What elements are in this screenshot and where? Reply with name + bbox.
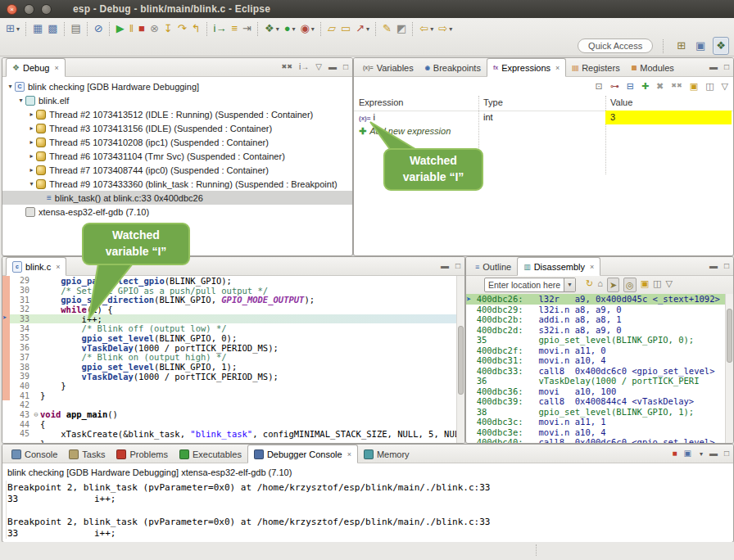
new-view-icon[interactable]: ▣ — [690, 80, 698, 92]
disassembly-line[interactable]: 35 gpio_set_level(BLINK_GPIO, 0); — [466, 335, 725, 345]
minimize-icon[interactable]: ▬ — [328, 61, 337, 73]
window-close-icon[interactable]: × — [7, 4, 17, 15]
tree-row[interactable]: ▸Thread #3 1073413156 (IDLE) (Suspended … — [2, 121, 352, 135]
dropdown-arrow-icon[interactable]: ▾ — [16, 25, 20, 33]
disassembly-lines[interactable]: ➤ 400dbc26: l32r a9, 0x400d045c <_stext+… — [466, 294, 725, 443]
line-number[interactable]: 30 — [10, 286, 32, 295]
code-line[interactable]: 31 gpio_set_direction(BLINK_GPIO, GPIO_M… — [2, 295, 464, 305]
resume-icon[interactable]: ▶ — [114, 20, 127, 37]
view-menu-icon[interactable]: ▽ — [666, 278, 673, 292]
tree-row[interactable]: ▾Thread #9 1073433360 (blink_task : Runn… — [2, 177, 352, 191]
column-value[interactable]: Value — [605, 96, 732, 111]
sync-with-stack-frame-icon[interactable]: ➤ — [607, 278, 619, 292]
tree-row[interactable]: ≡blink_task() at blink.c:33 0x400dbc26 — [2, 191, 352, 205]
code-line[interactable]: 30 /* Set the GPIO as a push/pull output… — [2, 286, 464, 296]
scrollbar-thumb[interactable] — [727, 309, 732, 363]
tree-expander-icon[interactable]: ▸ — [27, 111, 36, 118]
cpp-perspective-icon[interactable]: ▣ — [693, 38, 708, 54]
remove-all-expressions-icon[interactable]: ✖✖ — [671, 80, 682, 92]
disassembly-line[interactable]: 400dbc31: movi.n a10, 4 — [466, 355, 725, 366]
maximize-icon[interactable]: □ — [455, 260, 460, 272]
tab-modules[interactable]: ▤Modules — [626, 59, 680, 76]
maximize-icon[interactable]: □ — [724, 448, 729, 459]
tab-outline[interactable]: ≡ Outline — [469, 258, 517, 275]
dropdown-arrow-icon[interactable]: ▾ — [700, 450, 703, 458]
tree-row[interactable]: ▾blink.elf — [2, 93, 352, 107]
disassembly-line[interactable]: 400dbc3c: movi.n a11, 1 — [466, 417, 725, 427]
tab-breakpoints[interactable]: ◉Breakpoints — [419, 59, 487, 76]
pin-view-icon[interactable]: ◫ — [653, 278, 661, 292]
open-element-icon[interactable]: ▱ — [325, 20, 338, 37]
code-line[interactable]: 40 } — [2, 382, 464, 391]
dropdown-arrow-icon[interactable]: ▾ — [366, 25, 369, 33]
new-wizard-icon[interactable]: ⊞▾ — [3, 20, 22, 37]
tab-registers[interactable]: ||||Registers — [566, 59, 625, 76]
maximize-icon[interactable]: □ — [724, 61, 729, 73]
code-line[interactable]: 34 /* Blink off (output low) */ — [2, 323, 464, 333]
line-number[interactable]: 39 — [10, 372, 32, 381]
location-combo[interactable]: Enter location here ▼ — [484, 278, 576, 292]
minimize-icon[interactable]: ▬ — [709, 448, 718, 459]
maximize-icon[interactable]: □ — [724, 260, 729, 272]
line-number[interactable]: 32 — [10, 305, 32, 314]
fold-collapse-icon[interactable]: ⊖ — [32, 410, 40, 418]
dropdown-arrow-icon[interactable]: ▾ — [292, 25, 296, 33]
tab-debugger-console[interactable]: Debugger Console× — [247, 445, 358, 463]
line-number[interactable]: 38 — [10, 363, 32, 372]
tab-variables[interactable]: (x)=Variables — [357, 59, 419, 76]
disassembly-line[interactable]: 400dbc3e: movi.n a10, 4 — [466, 427, 725, 438]
code-line[interactable]: 32 while(1) { — [2, 305, 464, 314]
remove-all-terminated-icon[interactable]: ✖✖ — [282, 61, 292, 73]
line-number[interactable]: 45 — [10, 429, 32, 438]
run-icon[interactable]: ●▾ — [282, 20, 298, 37]
code-line[interactable]: 43⊖void app_main() — [2, 410, 464, 420]
print-icon[interactable]: ▤ — [69, 20, 84, 37]
show-type-names-icon[interactable]: ⊡ — [595, 80, 602, 92]
combo-dropdown-icon[interactable]: ▼ — [564, 278, 575, 291]
line-number[interactable]: 34 — [10, 324, 32, 333]
quick-access-button[interactable]: Quick Access — [578, 38, 653, 53]
line-number[interactable]: 41 — [10, 391, 32, 400]
code-line[interactable]: 44{ — [2, 419, 464, 429]
close-icon[interactable]: × — [56, 263, 60, 271]
disassembly-line[interactable]: 400dbc39: call8 0x400844c4 <vTaskDelay> — [466, 396, 725, 407]
instruction-stepping-icon[interactable]: i→ — [211, 20, 229, 37]
window-maximize-icon[interactable] — [41, 4, 52, 15]
tab-tasks[interactable]: Tasks — [63, 445, 111, 463]
add-expression-icon[interactable]: ✚ — [641, 80, 649, 92]
disassembly-line[interactable]: 400dbc2f: movi.n a11, 0 — [466, 345, 725, 356]
step-into-icon[interactable]: ↧ — [161, 20, 175, 37]
code-line[interactable]: 42 — [2, 400, 464, 410]
code-line[interactable]: 36 vTaskDelay(1000 / portTICK_PERIOD_MS)… — [2, 343, 464, 353]
tab-problems[interactable]: Problems — [111, 445, 173, 463]
tree-expander-icon[interactable]: ▾ — [6, 83, 15, 90]
maximize-icon[interactable]: □ — [343, 61, 348, 73]
open-resource-icon[interactable]: ▭ — [338, 20, 353, 37]
disassembly-line[interactable]: ➤ 400dbc26: l32r a9, 0x400d045c <_stext+… — [466, 294, 725, 305]
tree-row[interactable]: xtensa-esp32-elf-gdb (7.10) — [2, 205, 352, 219]
code-line[interactable]: 39 vTaskDelay(1000 / portTICK_PERIOD_MS)… — [2, 372, 464, 382]
tree-row[interactable]: ▸Thread #2 1073413512 (IDLE : Running) (… — [2, 107, 352, 121]
remove-expression-icon[interactable]: ✖ — [656, 80, 664, 92]
view-menu-icon[interactable]: ▽ — [722, 80, 728, 92]
tree-expander-icon[interactable]: ▸ — [27, 152, 36, 160]
disassembly-line[interactable]: 400dbc36: movi a10, 100 — [466, 386, 725, 397]
dropdown-arrow-icon[interactable]: ▾ — [449, 25, 452, 33]
close-icon[interactable]: × — [347, 450, 351, 458]
skip-all-breakpoints-icon[interactable]: ⊘ — [92, 20, 106, 37]
disassembly-line[interactable]: 38 gpio_set_level(BLINK_GPIO, 1); — [466, 407, 725, 418]
suspend-icon[interactable]: ‖ — [127, 20, 136, 37]
scrollbar-thumb[interactable] — [458, 326, 464, 395]
column-type[interactable]: Type — [478, 96, 605, 111]
location-input[interactable]: Enter location here — [485, 280, 564, 290]
view-menu-icon[interactable]: ▽ — [315, 61, 322, 73]
debug-config-icon[interactable]: ❖▾ — [262, 20, 282, 37]
home-icon[interactable]: ⌂ — [597, 278, 603, 292]
show-source-icon[interactable]: ◎ — [623, 278, 637, 292]
column-expression[interactable]: Expression — [354, 96, 478, 111]
minimize-icon[interactable]: ▬ — [441, 260, 449, 272]
disassembly-scrollbar[interactable] — [725, 294, 733, 443]
tab-memory[interactable]: Memory — [358, 445, 415, 463]
tab-disassembly[interactable]: ▥ Disassembly × — [517, 257, 600, 276]
code-line[interactable]: 29 gpio_pad_select_gpio(BLINK_GPIO); — [2, 276, 464, 286]
